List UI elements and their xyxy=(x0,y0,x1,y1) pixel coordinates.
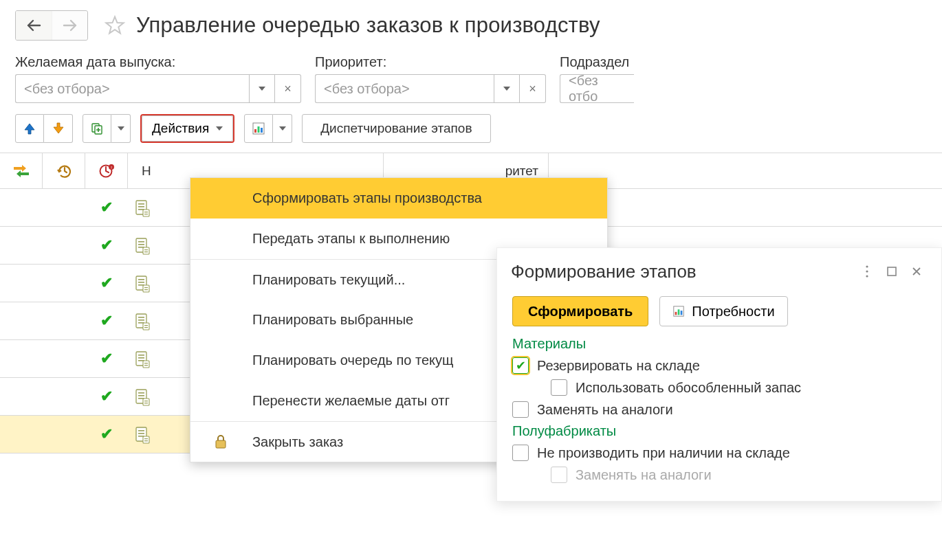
arrow-left-icon xyxy=(26,19,41,32)
chk-analog1[interactable] xyxy=(512,401,529,418)
copy-button[interactable] xyxy=(83,114,111,143)
svg-rect-41 xyxy=(143,361,149,368)
checkmark-icon: ✔ xyxy=(100,388,113,405)
svg-rect-36 xyxy=(144,327,148,328)
actions-button-highlight: Действия xyxy=(140,114,234,143)
chk-isolated[interactable] xyxy=(551,379,567,396)
chk-analog2-row: Заменять на аналоги xyxy=(512,467,926,483)
svg-rect-22 xyxy=(144,251,148,252)
filter-priority-value[interactable]: <без отбора> xyxy=(315,74,494,103)
popup-submit-button[interactable]: Сформировать xyxy=(512,296,648,326)
svg-rect-3 xyxy=(254,129,256,133)
svg-rect-39 xyxy=(138,357,144,359)
chk-reserve[interactable] xyxy=(512,357,529,374)
filter-date-dropdown-button[interactable] xyxy=(249,74,275,103)
filter-bar: Желаемая дата выпуска: <без отбора> × Пр… xyxy=(0,47,942,103)
chk-analog1-label: Заменять на аналоги xyxy=(537,402,673,418)
copy-button-group xyxy=(83,114,131,143)
popup-title: Формирование этапов xyxy=(511,261,855,282)
chk-analog1-row: Заменять на аналоги xyxy=(512,401,926,418)
svg-rect-52 xyxy=(138,430,144,432)
filter-division-value[interactable]: <без отбо xyxy=(560,74,634,103)
chevron-down-icon xyxy=(259,87,265,91)
chevron-down-icon xyxy=(503,87,510,91)
filter-date-value[interactable]: <без отбора> xyxy=(15,74,249,103)
move-down-button[interactable] xyxy=(44,114,73,143)
svg-rect-65 xyxy=(678,309,680,315)
move-up-button[interactable] xyxy=(15,114,44,143)
arrow-up-blue-icon xyxy=(23,122,36,135)
dd-form-stages[interactable]: Сформировать этапы производства xyxy=(190,178,607,219)
chart-button-group xyxy=(244,114,292,143)
popup-body: Сформировать Потребности Материалы Резер… xyxy=(497,293,941,501)
svg-rect-4 xyxy=(258,126,260,133)
clock-alert-icon: ! xyxy=(98,163,115,179)
svg-rect-17 xyxy=(138,241,144,243)
checkmark-icon: ✔ xyxy=(100,350,113,368)
svg-rect-57 xyxy=(144,440,148,441)
popup-close-button[interactable] xyxy=(904,259,929,284)
svg-rect-34 xyxy=(143,323,149,330)
svg-rect-31 xyxy=(138,317,144,318)
popup-maximize-button[interactable] xyxy=(879,259,904,284)
filter-division-label: Подраздел xyxy=(560,54,634,70)
close-icon xyxy=(911,266,922,277)
svg-rect-43 xyxy=(144,365,148,366)
section-materials: Материалы xyxy=(512,336,926,352)
checkmark-icon: ✔ xyxy=(100,274,113,292)
filter-priority-label: Приоритет: xyxy=(315,54,546,70)
filter-priority-clear-button[interactable]: × xyxy=(520,74,546,103)
svg-rect-42 xyxy=(144,363,148,363)
back-button[interactable] xyxy=(16,11,52,40)
copy-icon xyxy=(90,122,104,135)
chk-analog2 xyxy=(551,467,567,483)
filter-date-label: Желаемая дата выпуска: xyxy=(15,54,301,70)
svg-rect-32 xyxy=(138,320,144,321)
dispatch-stages-button[interactable]: Диспетчирование этапов xyxy=(302,114,490,143)
chart-dropdown-button[interactable] xyxy=(273,114,292,143)
copy-dropdown-button[interactable] xyxy=(111,114,131,143)
svg-rect-10 xyxy=(138,203,144,205)
lock-icon xyxy=(214,434,228,449)
svg-point-60 xyxy=(866,270,868,272)
forward-button[interactable] xyxy=(52,11,87,40)
filter-priority-dropdown-button[interactable] xyxy=(494,74,520,103)
document-icon xyxy=(135,275,149,291)
chk-analog2-label: Заменять на аналоги xyxy=(576,467,712,483)
form-stages-popup: Формирование этапов Сформировать Потребн… xyxy=(496,247,942,502)
col-header-clock[interactable]: ! xyxy=(85,153,128,188)
svg-rect-28 xyxy=(144,287,148,288)
chart-button[interactable] xyxy=(244,114,273,143)
dispatch-stages-label: Диспетчирование этапов xyxy=(320,121,472,136)
svg-point-59 xyxy=(866,265,868,267)
chk-noproduce[interactable] xyxy=(512,445,529,461)
bar-chart-icon xyxy=(672,305,685,317)
svg-rect-25 xyxy=(138,282,144,283)
col-header-transfer[interactable] xyxy=(0,153,43,188)
section-semi: Полуфабрикаты xyxy=(512,423,926,439)
filter-date-clear-button[interactable]: × xyxy=(275,74,301,103)
document-icon xyxy=(135,199,149,216)
col-header-history[interactable] xyxy=(43,153,85,188)
nav-arrows xyxy=(15,10,88,41)
svg-rect-55 xyxy=(143,436,149,443)
svg-rect-11 xyxy=(138,206,144,208)
svg-rect-14 xyxy=(144,212,148,212)
chk-noproduce-row: Не производить при наличии на складе xyxy=(512,445,926,461)
popup-more-button[interactable] xyxy=(855,259,879,284)
actions-button[interactable]: Действия xyxy=(142,115,233,142)
move-buttons xyxy=(15,114,73,143)
chevron-down-icon xyxy=(279,126,286,131)
chevron-down-icon xyxy=(118,126,124,131)
filter-date: Желаемая дата выпуска: <без отбора> × xyxy=(15,54,301,103)
checkmark-icon: ✔ xyxy=(100,312,113,330)
svg-rect-13 xyxy=(143,210,149,216)
popup-needs-button[interactable]: Потребности xyxy=(659,296,787,326)
svg-rect-48 xyxy=(143,399,149,405)
svg-rect-20 xyxy=(143,247,149,254)
favorite-star-icon[interactable] xyxy=(103,14,127,37)
svg-rect-66 xyxy=(681,311,683,315)
top-bar: Управление очередью заказов к производст… xyxy=(0,0,942,47)
chk-reserve-row: Резервировать на складе xyxy=(512,357,926,374)
chk-noproduce-label: Не производить при наличии на складе xyxy=(537,445,790,461)
